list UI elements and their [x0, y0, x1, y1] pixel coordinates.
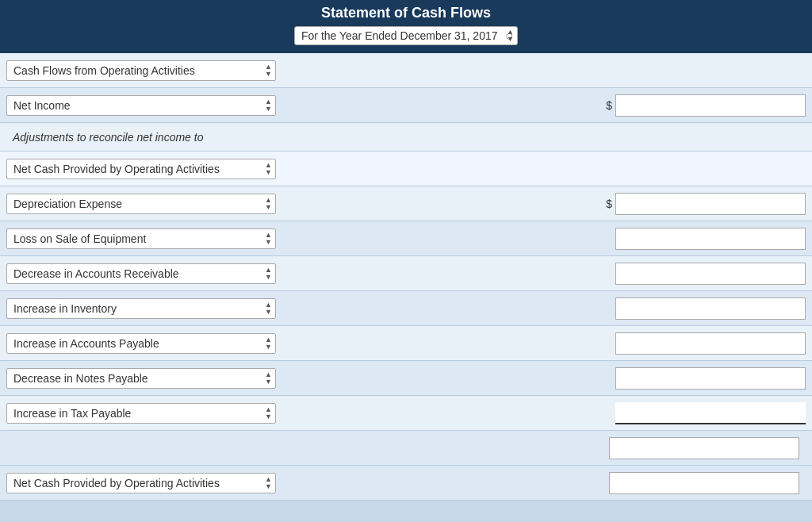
net-income-dollar-sign: $ — [606, 99, 612, 112]
decrease-np-select[interactable]: Decrease in Notes Payable — [6, 368, 276, 389]
loss-on-sale-input-area — [615, 228, 806, 250]
cash-flows-operating-row: Cash Flows from Operating Activities ▲▼ — [0, 53, 812, 88]
increase-tp-input-area — [615, 402, 806, 424]
adjustments-text-row: Adjustments to reconcile net income to — [0, 123, 812, 152]
cash-flows-operating-select[interactable]: Cash Flows from Operating Activities — [6, 60, 276, 81]
year-select[interactable]: For the Year Ended December 31, 2017 — [294, 26, 518, 45]
increase-tp-select[interactable]: Increase in Tax Payable — [6, 403, 276, 424]
decrease-np-input-area — [615, 367, 806, 390]
depreciation-select-wrapper: Depreciation Expense ▲▼ — [6, 194, 276, 214]
increase-inventory-select-wrapper: Increase in Inventory ▲▼ — [6, 298, 276, 319]
decrease-ar-select[interactable]: Decrease in Accounts Receivable — [6, 263, 276, 284]
loss-on-sale-row: Loss on Sale of Equipment ▲▼ — [0, 221, 812, 256]
decrease-notes-payable-row: Decrease in Notes Payable ▲▼ — [0, 361, 812, 396]
net-cash-provided-bottom-row: Net Cash Provided by Operating Activitie… — [0, 466, 812, 501]
net-income-select-wrapper: Net Income ▲▼ — [6, 95, 276, 116]
increase-inventory-input-area — [615, 297, 806, 320]
depreciation-input[interactable] — [615, 193, 806, 215]
decrease-accounts-receivable-row: Decrease in Accounts Receivable ▲▼ — [0, 256, 812, 291]
net-cash-provided-top-row: Net Cash Provided by Operating Activitie… — [0, 152, 812, 186]
net-income-input[interactable] — [615, 94, 806, 117]
net-income-select[interactable]: Net Income — [6, 95, 276, 116]
decrease-ar-input-area — [615, 263, 806, 285]
depreciation-expense-row: Depreciation Expense ▲▼ $ — [0, 186, 812, 221]
spacer-row — [0, 431, 812, 466]
spacer-input-area — [609, 437, 799, 459]
increase-tp-select-wrapper: Increase in Tax Payable ▲▼ — [6, 403, 276, 424]
increase-inventory-input[interactable] — [615, 297, 806, 320]
year-selector-wrapper: For the Year Ended December 31, 2017 ▲▼ — [294, 26, 518, 45]
increase-ap-select[interactable]: Increase in Accounts Payable — [6, 333, 276, 354]
loss-on-sale-select[interactable]: Loss on Sale of Equipment — [6, 228, 276, 249]
net-cash-bottom-input[interactable] — [609, 472, 799, 494]
net-cash-bottom-select[interactable]: Net Cash Provided by Operating Activitie… — [6, 473, 276, 493]
depreciation-dollar-sign: $ — [606, 198, 612, 210]
decrease-ar-select-wrapper: Decrease in Accounts Receivable ▲▼ — [6, 263, 276, 284]
loss-on-sale-select-wrapper: Loss on Sale of Equipment ▲▼ — [6, 228, 276, 249]
decrease-np-select-wrapper: Decrease in Notes Payable ▲▼ — [6, 368, 276, 389]
spacer-input[interactable] — [609, 437, 799, 459]
increase-inventory-select[interactable]: Increase in Inventory — [6, 298, 276, 319]
increase-ap-select-wrapper: Increase in Accounts Payable ▲▼ — [6, 333, 276, 354]
cash-flows-operating-select-wrapper: Cash Flows from Operating Activities ▲▼ — [6, 60, 276, 81]
net-cash-provided-top-select[interactable]: Net Cash Provided by Operating Activitie… — [6, 159, 276, 179]
increase-ap-input-area — [615, 332, 806, 355]
depreciation-select[interactable]: Depreciation Expense — [6, 194, 276, 214]
page-title: Statement of Cash Flows — [8, 5, 804, 21]
year-select-wrapper: For the Year Ended December 31, 2017 ▲▼ — [294, 26, 518, 45]
increase-tp-input[interactable] — [615, 402, 806, 424]
decrease-ar-input[interactable] — [615, 263, 806, 285]
net-income-input-area: $ — [606, 94, 806, 117]
net-cash-bottom-input-area — [609, 472, 799, 494]
increase-inventory-row: Increase in Inventory ▲▼ — [0, 291, 812, 326]
net-cash-bottom-select-wrapper: Net Cash Provided by Operating Activitie… — [6, 473, 276, 493]
increase-tax-payable-row: Increase in Tax Payable ▲▼ — [0, 396, 812, 431]
depreciation-input-area: $ — [606, 193, 806, 215]
page-wrapper: Statement of Cash Flows For the Year End… — [0, 0, 812, 501]
decrease-np-input[interactable] — [615, 367, 806, 390]
increase-accounts-payable-row: Increase in Accounts Payable ▲▼ — [0, 326, 812, 361]
net-income-row: Net Income ▲▼ $ — [0, 88, 812, 123]
page-header: Statement of Cash Flows For the Year End… — [0, 0, 812, 53]
loss-on-sale-input[interactable] — [615, 228, 806, 250]
net-cash-provided-top-select-wrapper: Net Cash Provided by Operating Activitie… — [6, 159, 276, 179]
increase-ap-input[interactable] — [615, 332, 806, 355]
adjustments-text: Adjustments to reconcile net income to — [6, 128, 209, 147]
